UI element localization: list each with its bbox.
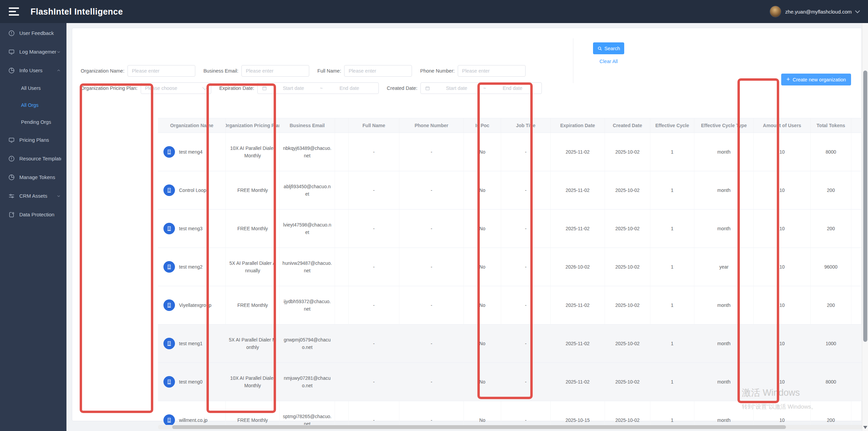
- filter-row-2: Organization Pricing Plan:Please chooseE…: [81, 82, 550, 94]
- sidebar-item-info-users[interactable]: Info Users: [0, 61, 66, 80]
- cell-spacer: [335, 171, 349, 210]
- sidebar-item-log-management[interactable]: Log Management: [0, 42, 66, 61]
- column-header-total-tokens: Total Tokens: [811, 118, 851, 133]
- table-row: test meng410X AI Parallel Dialer Monthly…: [158, 133, 868, 171]
- organization-name: test meng0: [179, 378, 202, 386]
- filter-label: Created Date:: [387, 85, 417, 91]
- cell-created: 2025-10-02: [605, 401, 650, 425]
- cell-plan: FREE Monthly: [226, 171, 280, 210]
- organization-avatar: [163, 414, 175, 425]
- cell-expiration: 2025-11-02: [551, 286, 605, 325]
- text-input[interactable]: Please enter: [127, 65, 195, 77]
- clear-all-link[interactable]: Clear All: [599, 59, 618, 64]
- cell-plan: FREE Monthly: [226, 210, 280, 248]
- cell-expiration: 2025-11-02: [551, 133, 605, 171]
- building-icon: [166, 417, 172, 423]
- cell-plan: 5X AI Parallel Dialer Annually: [226, 248, 280, 286]
- organization-name: Control Loops: [179, 187, 209, 194]
- cell-organization-name: test meng3: [158, 210, 226, 248]
- table-row: Control LoopsFREE Monthlyabljfi93450@cha…: [158, 171, 868, 210]
- organization-avatar: [163, 376, 175, 388]
- page-scrollbar[interactable]: [862, 23, 868, 431]
- cell-is-poc: No: [464, 248, 501, 286]
- column-header-effective-cycle: Effective Cycle: [650, 118, 694, 133]
- cell-expiration: 2025-11-02: [551, 325, 605, 363]
- cell-created: 2025-10-02: [605, 248, 650, 286]
- building-icon: [166, 340, 172, 347]
- calendar-icon: [262, 85, 267, 91]
- cell-full-name: -: [349, 286, 399, 325]
- search-button[interactable]: Search: [593, 42, 624, 54]
- text-input[interactable]: Please enter: [458, 65, 526, 77]
- organization-avatar: [163, 261, 175, 273]
- sidebar-item-data-protection[interactable]: Data Protection: [0, 205, 66, 224]
- cell-expiration: 2026-10-02: [551, 248, 605, 286]
- text-input[interactable]: Please enter: [344, 65, 412, 77]
- sidebar-item-user-feedback[interactable]: User Feedback: [0, 24, 66, 42]
- organization-name: willment.co.jp: [179, 416, 208, 424]
- sidebar-item-resource-template[interactable]: Resource Template: [0, 149, 66, 168]
- horizontal-scrollbar-thumb[interactable]: [172, 425, 786, 429]
- cell-cycle-type: month: [694, 325, 754, 363]
- cell-created: 2025-10-02: [605, 325, 650, 363]
- monitor-icon: [8, 48, 15, 55]
- cell-full-name: -: [349, 325, 399, 363]
- column-header-effective-cycle-type: Effective Cycle Type: [694, 118, 754, 133]
- page-scrollbar-thumb[interactable]: [863, 71, 867, 342]
- column-header-full-name: Full Name: [349, 118, 399, 133]
- user-email: zhe.yuan@myflashcloud.com: [785, 9, 852, 15]
- cell-users: 10: [754, 210, 811, 248]
- text-input[interactable]: Please enter: [241, 65, 309, 77]
- user-menu[interactable]: zhe.yuan@myflashcloud.com: [770, 6, 859, 17]
- monitor-icon: [8, 137, 15, 143]
- cell-users: 10: [754, 171, 811, 210]
- filter-divider: [573, 38, 573, 83]
- cell-spacer: [335, 248, 349, 286]
- cell-users: 10: [754, 286, 811, 325]
- cell-tokens: 200: [811, 210, 851, 248]
- create-new-organization-button[interactable]: + Create new organization: [781, 74, 851, 85]
- cell-phone: -: [399, 325, 464, 363]
- cell-tokens: 96000: [811, 248, 851, 286]
- filter-created-date: Created Date:Start date~End date: [387, 82, 542, 94]
- select-input[interactable]: Please choose: [141, 82, 211, 94]
- sidebar-item-crm-assets[interactable]: CRM Assets: [0, 187, 66, 205]
- cell-is-poc: No: [464, 286, 501, 325]
- cell-cycle-type: month: [694, 171, 754, 210]
- organization-avatar: [163, 223, 175, 234]
- cell-full-name: -: [349, 363, 399, 401]
- column-header-organization-name: Organization Name: [158, 118, 226, 133]
- content-card: Organization Name:Please enterBusiness E…: [72, 28, 862, 421]
- cell-job-title: -: [501, 171, 551, 210]
- sidebar-item-label: Pricing Plans: [19, 137, 61, 143]
- sidebar-toggle-icon[interactable]: [9, 7, 19, 16]
- building-icon: [166, 187, 172, 193]
- filter-full-name: Full Name:Please enter: [317, 65, 412, 77]
- filter-phone-number: Phone Number:Please enter: [420, 65, 526, 77]
- horizontal-scrollbar[interactable]: [158, 425, 868, 429]
- column-header-is-poc: Is Poc: [464, 118, 501, 133]
- cell-spacer: [335, 286, 349, 325]
- filter-row-1: Organization Name:Please enterBusiness E…: [81, 65, 534, 77]
- building-icon: [166, 302, 172, 308]
- cell-expiration: 2025-11-02: [551, 210, 605, 248]
- cell-organization-name: test meng2: [158, 248, 226, 286]
- cell-tokens: 8000: [811, 363, 851, 401]
- date-range-input[interactable]: Start date~End date: [420, 82, 542, 94]
- sidebar-item-label: Info Users: [19, 67, 56, 73]
- date-range-input[interactable]: Start date~End date: [257, 82, 379, 94]
- avatar[interactable]: [770, 6, 781, 17]
- sidebar-item-pricing-plans[interactable]: Pricing Plans: [0, 131, 66, 149]
- sidebar-item-all-users[interactable]: All Users: [0, 80, 66, 97]
- scrollbar-down-arrow-icon[interactable]: [863, 426, 867, 429]
- cell-email: lvieyt47598@chacuo.net: [280, 210, 335, 248]
- app-title: FlashIntel Intelligence: [31, 7, 123, 17]
- sidebar-item-pending-orgs[interactable]: Pending Orgs: [0, 114, 66, 131]
- sidebar-item-label: Manage Tokens: [19, 174, 61, 180]
- cell-phone: -: [399, 133, 464, 171]
- organization-name: test meng1: [179, 340, 202, 347]
- sidebar-item-all-orgs[interactable]: All Orgs: [0, 97, 66, 114]
- sidebar-item-manage-tokens[interactable]: Manage Tokens: [0, 168, 66, 187]
- table-row: test meng15X AI Parallel Dialer Monthlyg…: [158, 325, 868, 363]
- filter-label: Organization Pricing Plan:: [81, 85, 138, 91]
